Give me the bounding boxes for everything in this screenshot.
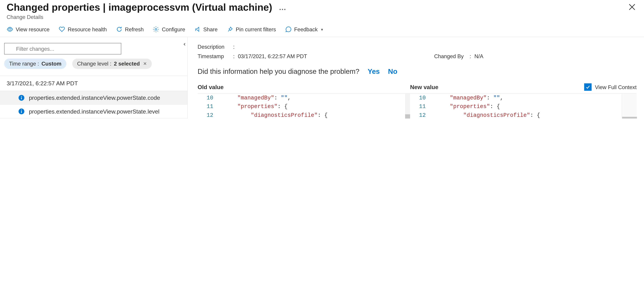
change-item-path: properties.extended.instanceView.powerSt…: [29, 108, 160, 114]
pin-icon: [227, 26, 233, 32]
code-content: "properties": {: [222, 104, 288, 110]
diagnose-no-button[interactable]: No: [388, 68, 397, 76]
svg-point-4: [21, 96, 22, 97]
feedback-icon: [285, 26, 292, 32]
change-level-pill[interactable]: Change level : 2 selected ✕: [72, 59, 152, 69]
timestamp-value: 03/17/2021, 6:22:57 AM PDT: [238, 53, 307, 59]
time-range-pill[interactable]: Time range : Custom: [4, 59, 66, 69]
code-line: 12 "diagnosticsProfile": {: [410, 111, 636, 118]
old-value-pane: 10 "managedBy": "",11 "properties": {12 …: [198, 94, 410, 118]
code-line: 10 "managedBy": "",: [410, 94, 636, 102]
svg-point-0: [155, 28, 157, 30]
diagnose-question: Did this information help you diagnose t…: [198, 68, 360, 76]
code-line: 10 "managedBy": "",: [198, 94, 410, 102]
info-icon: [18, 94, 25, 101]
line-number: 12: [198, 112, 216, 118]
configure-button[interactable]: Configure: [153, 26, 185, 32]
new-value-header: New value: [410, 84, 584, 90]
code-line: 11 "properties": {: [410, 102, 636, 111]
check-icon: [586, 85, 590, 90]
change-group-header: 3/17/2021, 6:22:57 AM PDT: [0, 76, 187, 91]
line-number: 11: [198, 104, 216, 110]
eye-icon: [6, 26, 13, 32]
resource-health-button[interactable]: Resource health: [59, 26, 107, 32]
svg-point-7: [21, 110, 22, 110]
code-line: 11 "properties": {: [198, 102, 410, 111]
line-number: 10: [198, 95, 216, 101]
chevron-double-left-icon: ‹‹: [184, 40, 184, 47]
heart-icon: [59, 26, 65, 32]
timestamp-label: Timestamp: [198, 53, 230, 59]
code-content: "properties": {: [435, 104, 500, 110]
pin-filters-button[interactable]: Pin current filters: [227, 26, 276, 32]
page-subtitle: Change Details: [6, 14, 637, 20]
change-item[interactable]: properties.extended.instanceView.powerSt…: [0, 105, 187, 118]
refresh-icon: [116, 26, 122, 32]
view-resource-button[interactable]: View resource: [6, 26, 50, 32]
svg-rect-6: [21, 111, 22, 113]
diagnose-yes-button[interactable]: Yes: [368, 68, 380, 76]
minimap[interactable]: [622, 94, 636, 118]
filter-changes-input[interactable]: [4, 43, 121, 54]
line-number: 12: [410, 112, 429, 118]
feedback-button[interactable]: Feedback ▾: [285, 26, 323, 32]
view-full-context-label: View Full Context: [595, 84, 636, 90]
svg-rect-3: [21, 97, 22, 100]
code-content: "diagnosticsProfile": {: [435, 112, 540, 118]
close-button[interactable]: [625, 2, 639, 14]
old-value-header: Old value: [198, 84, 410, 90]
line-number: 11: [410, 104, 429, 110]
code-content: "diagnosticsProfile": {: [222, 112, 328, 118]
close-icon: [628, 3, 636, 11]
description-label: Description: [198, 44, 230, 50]
code-content: "managedBy": "",: [435, 95, 503, 101]
code-content: "managedBy": "",: [222, 95, 291, 101]
new-value-pane: 10 "managedBy": "",11 "properties": {12 …: [410, 94, 636, 118]
line-number: 10: [410, 95, 429, 101]
change-item[interactable]: properties.extended.instanceView.powerSt…: [0, 91, 187, 105]
change-item[interactable]: properties.extended.instanceView.powerSt…: [0, 118, 187, 118]
more-icon[interactable]: …: [276, 3, 290, 12]
collapse-panel-button[interactable]: ‹‹: [184, 40, 184, 47]
old-pane-scrollbar[interactable]: [405, 94, 410, 118]
changedby-label: Changed By: [434, 53, 466, 59]
clear-change-level-icon[interactable]: ✕: [143, 61, 147, 66]
refresh-button[interactable]: Refresh: [116, 26, 144, 32]
chevron-down-icon: ▾: [321, 27, 323, 32]
view-full-context-checkbox[interactable]: [584, 83, 592, 91]
page-title: Changed properties | imageprocessvm (Vir…: [6, 2, 272, 13]
share-icon: [194, 26, 201, 32]
command-bar: View resource Resource health Refresh Co…: [0, 20, 644, 37]
gear-icon: [153, 26, 159, 32]
changedby-value: N/A: [474, 53, 483, 59]
info-icon: [18, 108, 25, 114]
share-button[interactable]: Share: [194, 26, 218, 32]
code-line: 12 "diagnosticsProfile": {: [198, 111, 410, 118]
change-item-path: properties.extended.instanceView.powerSt…: [29, 94, 160, 101]
